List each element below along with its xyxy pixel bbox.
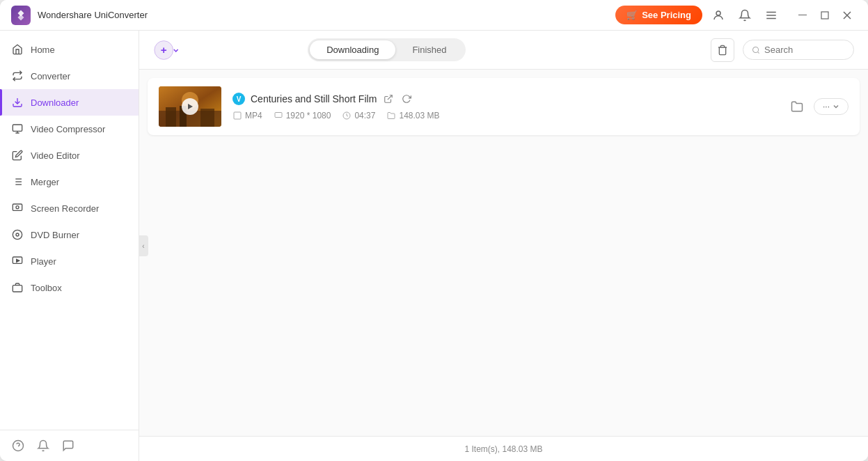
sidebar-collapse-arrow[interactable]: ‹ bbox=[139, 235, 148, 256]
status-text: 1 Item(s), 148.03 MB bbox=[464, 444, 542, 454]
more-options-button[interactable]: ··· bbox=[814, 98, 849, 115]
more-dots: ··· bbox=[823, 102, 830, 111]
top-bar: + Downloading Finished bbox=[139, 31, 868, 70]
resolution-icon bbox=[274, 111, 283, 120]
toolbox-icon bbox=[11, 281, 24, 294]
svg-rect-5 bbox=[821, 12, 828, 19]
clock-icon bbox=[342, 111, 352, 120]
sidebar-label-video-compressor: Video Compressor bbox=[31, 124, 105, 134]
sidebar-item-video-compressor[interactable]: Video Compressor bbox=[0, 116, 139, 142]
trash-button[interactable] bbox=[711, 38, 734, 62]
feedback-icon-button[interactable] bbox=[61, 439, 75, 453]
duration-meta: 04:37 bbox=[342, 111, 375, 120]
minimize-button[interactable] bbox=[793, 6, 812, 25]
svg-rect-9 bbox=[13, 125, 22, 131]
video-title-row: V Centuries and Still Short Film bbox=[232, 93, 775, 105]
maximize-button[interactable] bbox=[815, 6, 835, 25]
sidebar-item-home[interactable]: Home bbox=[0, 36, 139, 63]
open-folder-button[interactable] bbox=[786, 95, 808, 118]
video-thumbnail[interactable] bbox=[159, 86, 221, 127]
tab-downloading[interactable]: Downloading bbox=[310, 40, 395, 59]
home-icon bbox=[11, 43, 24, 56]
sidebar-bottom bbox=[0, 430, 139, 461]
folder-size-icon bbox=[386, 111, 396, 120]
svg-rect-4 bbox=[798, 15, 807, 15]
status-bar: 1 Item(s), 148.03 MB bbox=[139, 436, 868, 461]
search-box bbox=[743, 40, 854, 60]
svg-text:+: + bbox=[161, 43, 167, 55]
user-icon-button[interactable] bbox=[708, 5, 729, 26]
sidebar-item-dvd-burner[interactable]: DVD Burner bbox=[0, 221, 139, 248]
sidebar-item-merger[interactable]: Merger bbox=[0, 169, 139, 195]
video-format: MP4 bbox=[245, 111, 262, 120]
notification-icon-button[interactable] bbox=[734, 5, 755, 26]
right-panel: + Downloading Finished bbox=[139, 31, 868, 461]
sidebar-item-toolbox[interactable]: Toolbox bbox=[0, 274, 139, 301]
video-meta: MP4 1920 * 1080 bbox=[232, 111, 775, 120]
search-icon bbox=[752, 45, 760, 55]
svg-rect-34 bbox=[166, 107, 176, 127]
refresh-icon[interactable] bbox=[400, 93, 413, 105]
content-area: V Centuries and Still Short Film bbox=[139, 70, 868, 436]
title-bar-actions: 🛒 See Pricing bbox=[615, 5, 857, 26]
format-meta: MP4 bbox=[232, 111, 262, 120]
chevron-down-icon bbox=[833, 103, 839, 110]
cart-icon: 🛒 bbox=[626, 10, 638, 20]
video-duration: 04:37 bbox=[354, 111, 375, 120]
window-controls bbox=[793, 6, 857, 25]
vimeo-badge: V bbox=[232, 93, 245, 105]
main-content: Home Converter Downloader bbox=[0, 31, 868, 461]
sidebar-label-video-editor: Video Editor bbox=[31, 150, 80, 161]
sidebar-label-home: Home bbox=[31, 45, 55, 55]
search-input[interactable] bbox=[764, 45, 845, 55]
svg-rect-36 bbox=[200, 109, 214, 127]
svg-marker-37 bbox=[188, 104, 193, 109]
size-meta: 148.03 MB bbox=[386, 111, 439, 120]
sidebar-label-merger: Merger bbox=[31, 177, 59, 187]
video-card: V Centuries and Still Short Film bbox=[148, 78, 860, 135]
see-pricing-button[interactable]: 🛒 See Pricing bbox=[615, 6, 702, 24]
svg-point-21 bbox=[16, 233, 19, 236]
open-link-icon[interactable] bbox=[382, 93, 395, 105]
video-resolution: 1920 * 1080 bbox=[286, 111, 331, 120]
active-indicator bbox=[0, 89, 2, 116]
svg-line-38 bbox=[388, 95, 392, 100]
sidebar-item-player[interactable]: Player bbox=[0, 248, 139, 274]
tab-finished[interactable]: Finished bbox=[395, 40, 463, 59]
svg-rect-24 bbox=[13, 286, 22, 292]
add-download-button[interactable]: + bbox=[153, 37, 180, 63]
app-logo bbox=[11, 6, 31, 25]
help-icon-button[interactable] bbox=[11, 439, 25, 453]
svg-point-19 bbox=[16, 206, 19, 209]
svg-rect-40 bbox=[275, 113, 282, 118]
menu-icon-button[interactable] bbox=[761, 5, 782, 26]
player-icon bbox=[11, 255, 24, 267]
sidebar-nav: Home Converter Downloader bbox=[0, 31, 139, 430]
sidebar-item-video-editor[interactable]: Video Editor bbox=[0, 142, 139, 169]
sidebar-item-screen-recorder[interactable]: Screen Recorder bbox=[0, 195, 139, 221]
svg-rect-18 bbox=[13, 204, 22, 210]
close-button[interactable] bbox=[837, 6, 857, 25]
svg-rect-39 bbox=[234, 112, 241, 119]
sidebar-label-player: Player bbox=[31, 256, 56, 267]
screen-recorder-icon bbox=[11, 202, 24, 214]
format-icon bbox=[232, 111, 242, 120]
video-title: Centuries and Still Short Film bbox=[251, 93, 377, 104]
sidebar-label-toolbox: Toolbox bbox=[31, 283, 62, 293]
sidebar-item-converter[interactable]: Converter bbox=[0, 63, 139, 89]
svg-line-30 bbox=[757, 52, 759, 53]
video-compressor-icon bbox=[11, 123, 24, 135]
sidebar-label-dvd-burner: DVD Burner bbox=[31, 230, 79, 240]
sidebar-item-downloader[interactable]: Downloader bbox=[0, 89, 139, 116]
video-editor-icon bbox=[11, 149, 24, 162]
sidebar-label-converter: Converter bbox=[31, 71, 70, 81]
dvd-burner-icon bbox=[11, 228, 24, 241]
card-actions: ··· bbox=[786, 95, 849, 118]
resolution-meta: 1920 * 1080 bbox=[274, 111, 331, 120]
bell-icon-button[interactable] bbox=[36, 439, 50, 453]
top-bar-right bbox=[711, 38, 854, 62]
downloader-icon bbox=[11, 96, 24, 109]
sidebar: Home Converter Downloader bbox=[0, 31, 139, 461]
tab-group: Downloading Finished bbox=[308, 38, 465, 61]
video-size: 148.03 MB bbox=[399, 111, 439, 120]
